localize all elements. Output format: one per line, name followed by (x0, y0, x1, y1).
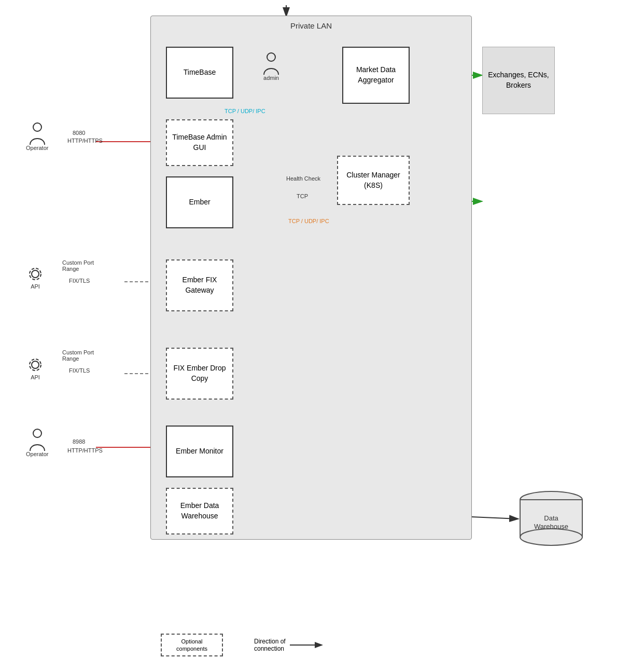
data-warehouse-svg: Data Warehouse (517, 490, 585, 547)
fix-tls-2-label: FIX/TLS (69, 367, 90, 374)
market-data-aggregator-box: Market Data Aggregator (342, 47, 410, 104)
api1-gear-svg (26, 265, 45, 283)
ember-data-warehouse-box: Ember Data Warehouse (166, 488, 233, 534)
svg-point-40 (520, 529, 582, 545)
admin-person-svg (262, 52, 281, 75)
svg-text:Data: Data (544, 514, 558, 522)
port-8988-label: 8988 (73, 438, 85, 445)
api2-gear-svg (26, 355, 45, 374)
svg-point-43 (33, 123, 41, 131)
operator1-person-svg (28, 122, 47, 145)
svg-point-45 (32, 270, 39, 278)
tcp-udp-ipc-label-2: TCP / UDP/ IPC (288, 218, 329, 224)
ember-fix-gateway-box: Ember FIX Gateway (166, 259, 233, 311)
legend-dashed-box: Optional components (161, 634, 223, 656)
timebase-admin-gui-box: TimeBase Admin GUI (166, 119, 233, 166)
port-8080-label: 8080 (73, 130, 85, 136)
ember-monitor-box: Ember Monitor (166, 426, 233, 477)
operator2-icon: Operator (26, 428, 48, 457)
api2-icon: API (26, 355, 45, 380)
private-lan-label: Private LAN (290, 21, 332, 30)
tcp-udp-ipc-label-1: TCP / UDP/ IPC (225, 108, 265, 114)
tcp-label: TCP (297, 193, 308, 199)
legend-direction: Direction of connection (254, 638, 326, 652)
http-https-1-label: HTTP/HTTPS (67, 138, 103, 144)
svg-text:Warehouse: Warehouse (534, 523, 568, 530)
operator2-person-svg (28, 428, 47, 451)
data-warehouse-container: Data Warehouse (517, 490, 585, 549)
legend-optional: Optional components (161, 634, 223, 656)
http-https-2-label: HTTP/HTTPS (67, 447, 103, 454)
diagram-container: Private LAN TimeBase admin Market Data A… (0, 0, 644, 672)
svg-point-37 (267, 53, 275, 61)
operator1-icon: Operator (26, 122, 48, 151)
api1-icon: API (26, 265, 45, 290)
admin-icon: admin (262, 52, 281, 81)
svg-point-47 (32, 361, 39, 368)
cluster-manager-box: Cluster Manager (K8S) (337, 156, 410, 205)
custom-port-range-1-label: Custom Port Range (62, 259, 94, 272)
legend-arrow-svg (290, 640, 326, 650)
custom-port-range-2-label: Custom Port Range (62, 349, 94, 362)
health-check-label: Health Check (286, 175, 320, 182)
ember-box: Ember (166, 176, 233, 228)
svg-point-44 (33, 429, 41, 437)
exchanges-ecns-box: Exchanges, ECNs, Brokers (482, 47, 555, 114)
fix-tls-1-label: FIX/TLS (69, 278, 90, 284)
legend: Optional components Direction of connect… (161, 634, 326, 656)
timebase-box: TimeBase (166, 47, 233, 99)
fix-ember-drop-copy-box: FIX Ember Drop Copy (166, 348, 233, 400)
